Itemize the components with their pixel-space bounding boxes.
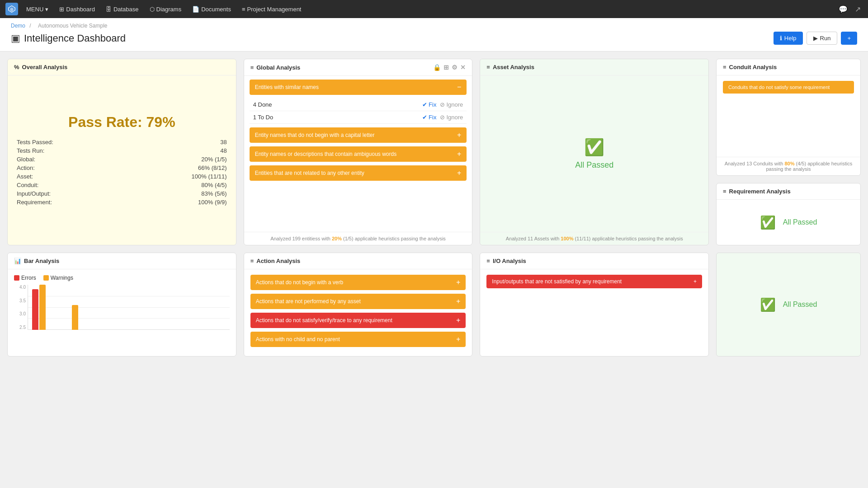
legend-warnings: Warnings: [43, 275, 73, 281]
breadcrumb-separator: /: [29, 23, 31, 29]
expand-icon: +: [456, 278, 460, 286]
stat-label: Input/Output:: [17, 190, 51, 197]
req-all-passed: ✅ All Passed: [760, 215, 817, 230]
stat-requirement: Requirement: 100% (9/9): [17, 198, 227, 206]
entity-ambiguous-words-banner[interactable]: Entity names or descriptions that contai…: [250, 146, 467, 162]
dashboard-icon: ⊞: [59, 6, 64, 13]
stat-action: Action: 66% (8/12): [17, 164, 227, 172]
header-actions: ℹ Help ▶ Run +: [774, 32, 857, 45]
overall-analysis-body: Pass Rate: 79% Tests Passed: 38 Tests Ru…: [8, 75, 236, 245]
stat-value: 20% (1/5): [201, 156, 226, 163]
bar-legend: Errors Warnings: [14, 275, 230, 281]
global-card-actions: 🔒 ⊞ ⚙ ✕: [433, 64, 466, 71]
stat-value: 83% (5/6): [201, 190, 226, 197]
analysis-row-todo: 1 To Do ✔ Fix ⊘ Ignore: [250, 111, 467, 124]
nav-project-management[interactable]: ≡ Project Management: [237, 4, 306, 14]
app-logo[interactable]: [5, 3, 18, 15]
collapse-icon: −: [457, 83, 461, 91]
menu-chevron-icon: ▾: [45, 6, 48, 13]
share-icon[interactable]: ↗: [853, 3, 863, 15]
expand-icon: +: [456, 316, 460, 324]
stat-global: Global: 20% (1/5): [17, 155, 227, 164]
expand-icon: +: [456, 335, 460, 343]
help-button[interactable]: ℹ Help: [774, 32, 803, 45]
add-button[interactable]: +: [841, 32, 857, 45]
nav-dashboard[interactable]: ⊞ Dashboard: [55, 4, 99, 14]
action-no-asset-banner[interactable]: Actions that are not performed by any as…: [250, 294, 466, 309]
y-axis-labels: 4.0 3.5 3.0 2.5: [14, 285, 28, 330]
diagrams-icon: ⬡: [150, 6, 155, 13]
ignore-icon: ⊘: [440, 114, 445, 121]
breadcrumb: Demo / Autonomous Vehicle Sample: [11, 23, 857, 29]
stat-value: 80% (4/5): [201, 182, 226, 188]
all-passed-label: All Passed: [575, 160, 613, 170]
stat-value: 48: [220, 147, 226, 154]
page-header: Demo / Autonomous Vehicle Sample ▣ Intel…: [0, 18, 868, 52]
conduit-analysis-body: Conduits that do not satisfy some requir…: [717, 75, 860, 157]
analysis-row-done: 4 Done ✔ Fix ⊘ Ignore: [250, 99, 467, 111]
ignore-todo-button[interactable]: ⊘ Ignore: [440, 114, 463, 121]
action-analysis-body: Actions that do not begin with a verb + …: [244, 269, 472, 356]
stat-label: Conduit:: [17, 182, 38, 188]
nav-diagrams[interactable]: ⬡ Diagrams: [145, 4, 186, 14]
overall-analysis-card: % Overall Analysis Pass Rate: 79% Tests …: [7, 59, 236, 245]
stat-label: Action:: [17, 164, 35, 171]
fix-done-button[interactable]: ✔ Fix: [422, 101, 436, 108]
dashboard-title-icon: ▣: [11, 33, 20, 44]
lock-icon[interactable]: 🔒: [433, 64, 441, 71]
run-button[interactable]: ▶ Run: [807, 32, 838, 45]
nav-documents[interactable]: 📄 Documents: [188, 4, 236, 14]
conduit-analysis-header: ≡ Conduit Analysis: [717, 59, 860, 75]
action-no-requirement-banner[interactable]: Actions that do not satisfy/verify/trace…: [250, 313, 466, 328]
settings-icon[interactable]: ⚙: [452, 64, 458, 71]
nav-database[interactable]: 🗄 Database: [101, 4, 143, 14]
row-actions-todo: ✔ Fix ⊘ Ignore: [422, 114, 463, 121]
io-requirement-banner[interactable]: Input/outputs that are not satisfied by …: [486, 275, 702, 288]
bottom-right-card: ✅ All Passed: [716, 253, 861, 357]
stat-conduit: Conduit: 80% (4/5): [17, 181, 227, 189]
requirement-analysis-header: ≡ Requirement Analysis: [717, 183, 860, 200]
warning-bar: [72, 305, 78, 330]
bar-analysis-header: 📊 Bar Analysis: [8, 253, 236, 269]
bottom-row: 📊 Bar Analysis Errors Warnings 4.: [7, 253, 861, 357]
fix-todo-button[interactable]: ✔ Fix: [422, 114, 436, 121]
help-icon: ℹ: [780, 35, 782, 42]
chat-icon[interactable]: 💬: [837, 3, 849, 15]
check-icon: ✔: [422, 101, 427, 108]
global-analysis-body: Entities with similar names − 4 Done ✔ F…: [244, 76, 472, 232]
menu-label: MENU: [26, 6, 43, 13]
requirement-analysis-body: ✅ All Passed: [717, 200, 860, 245]
bottom-check-icon: ✅: [760, 297, 776, 312]
action-no-verb-banner[interactable]: Actions that do not begin with a verb +: [250, 275, 466, 290]
bar-analysis-body: Errors Warnings 4.0 3.5 3.0 2.5: [8, 269, 236, 344]
stat-value: 100% (11/11): [192, 173, 227, 180]
global-analysis-footer: Analyzed 199 entitiess with 20% (1/5) ap…: [244, 232, 472, 245]
action-no-child-parent-banner[interactable]: Actions with no child and no parent +: [250, 332, 466, 347]
menu-button[interactable]: MENU ▾: [22, 4, 53, 14]
ignore-done-button[interactable]: ⊘ Ignore: [440, 101, 463, 108]
breadcrumb-root[interactable]: Demo: [11, 23, 25, 29]
row-actions: ✔ Fix ⊘ Ignore: [422, 101, 463, 108]
conduit-analysis-card: ≡ Conduit Analysis Conduits that do not …: [716, 59, 861, 176]
conduit-analysis-footer: Analyzed 13 Conduits with 80% (4/5) appl…: [717, 157, 860, 175]
entities-similar-names-banner[interactable]: Entities with similar names −: [250, 80, 467, 95]
entity-names-capital-banner[interactable]: Entity names that do not begin with a ca…: [250, 127, 467, 143]
bar-group-3: [65, 305, 78, 330]
stat-asset: Asset: 100% (11/11): [17, 172, 227, 181]
stat-tests-passed: Tests Passed: 38: [17, 138, 227, 146]
entities-not-related-banner[interactable]: Entities that are not related to any oth…: [250, 165, 467, 181]
overall-icon: %: [14, 64, 19, 70]
expand-icon: +: [456, 297, 460, 305]
asset-analysis-card: ≡ Asset Analysis ✅ All Passed Analyzed 1…: [480, 59, 709, 245]
bar-analysis-card: 📊 Bar Analysis Errors Warnings 4.: [7, 253, 236, 357]
passed-check-icon: ✅: [584, 138, 604, 157]
stat-value: 66% (8/12): [198, 164, 227, 171]
close-icon[interactable]: ✕: [460, 64, 466, 71]
bar-chart-area: 4.0 3.5 3.0 2.5: [14, 285, 230, 339]
conduit-requirement-banner[interactable]: Conduits that do not satisfy some requir…: [723, 81, 854, 94]
action-analysis-card: ≡ Action Analysis Actions that do not be…: [244, 253, 473, 357]
io-analysis-card: ≡ I/O Analysis Input/outputs that are no…: [480, 253, 709, 357]
project-management-icon: ≡: [242, 6, 245, 13]
expand-icon[interactable]: ⊞: [443, 64, 449, 71]
expand-section-icon: +: [457, 131, 461, 139]
